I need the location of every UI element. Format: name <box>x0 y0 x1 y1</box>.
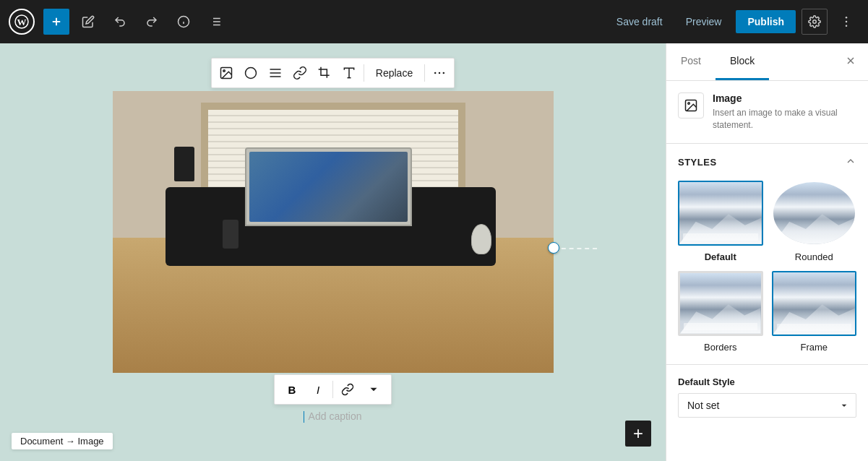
pencil-icon-button[interactable] <box>75 9 101 35</box>
redo-button[interactable] <box>139 9 165 35</box>
main-area: Replace <box>0 43 868 461</box>
sidebar: Post Block Image Insert an image to make… <box>666 43 868 461</box>
header: W Save draft Preview P <box>0 0 868 43</box>
style-preview-borders <box>678 271 763 336</box>
format-divider <box>332 381 333 398</box>
breadcrumb: Document → Image <box>12 433 113 449</box>
style-label-default: Default <box>705 251 736 262</box>
post-tab[interactable]: Post <box>666 43 716 80</box>
bold-button[interactable]: B <box>280 378 304 401</box>
block-info-title: Image <box>713 92 856 104</box>
add-block-header-button[interactable] <box>43 9 69 35</box>
styles-section: Styles Default <box>666 144 868 365</box>
toolbar-divider-2 <box>424 64 425 82</box>
style-img-rounded <box>773 182 856 244</box>
svg-point-25 <box>434 72 437 74</box>
align-button[interactable] <box>264 61 287 85</box>
image-block: Replace <box>113 58 554 423</box>
style-option-default[interactable]: Default <box>678 181 763 262</box>
undo-button[interactable] <box>107 9 133 35</box>
caption-placeholder: Add caption <box>309 410 362 422</box>
link-button[interactable] <box>288 61 311 85</box>
header-right: Save draft Preview Publish <box>608 9 859 35</box>
add-block-button[interactable]: + <box>625 421 651 447</box>
block-info-text: Image Insert an image to make a visual s… <box>713 92 856 132</box>
svg-point-16 <box>846 25 848 27</box>
svg-point-14 <box>846 17 848 19</box>
style-preview-frame <box>772 271 857 336</box>
block-info: Image Insert an image to make a visual s… <box>666 81 868 144</box>
svg-text:W: W <box>17 17 27 27</box>
link-format-button[interactable] <box>336 378 359 401</box>
editor-area: Replace <box>0 43 666 461</box>
info-button[interactable] <box>171 9 197 35</box>
settings-button[interactable] <box>802 9 828 35</box>
breadcrumb-text: Document → Image <box>20 436 104 447</box>
block-icon <box>678 92 704 119</box>
image-icon-button[interactable] <box>215 61 238 85</box>
svg-point-31 <box>688 103 690 105</box>
sidebar-tabs: Post Block <box>666 43 868 81</box>
editor-image <box>113 91 554 373</box>
style-option-rounded[interactable]: Rounded <box>772 181 857 262</box>
styles-grid: Default Rounded <box>678 181 856 353</box>
resize-dashed-line <box>554 248 597 249</box>
block-info-desc: Insert an image to make a visual stateme… <box>713 107 856 132</box>
save-draft-button[interactable]: Save draft <box>608 10 671 33</box>
svg-point-19 <box>245 68 256 79</box>
svg-point-13 <box>813 20 817 24</box>
toolbar-divider <box>364 64 364 82</box>
replace-button[interactable]: Replace <box>367 63 421 83</box>
style-option-borders[interactable]: Borders <box>678 271 763 353</box>
image-container[interactable]: B I <box>113 91 554 405</box>
svg-point-15 <box>846 21 848 23</box>
publish-button[interactable]: Publish <box>736 10 796 33</box>
block-tab[interactable]: Block <box>716 43 769 80</box>
default-style-section: Default Style Not set Default Rounded Bo… <box>666 365 868 429</box>
style-preview-default <box>678 181 763 246</box>
more-format-button[interactable] <box>362 378 385 401</box>
list-view-button[interactable] <box>202 9 228 35</box>
crop-button[interactable] <box>313 61 336 85</box>
caption-field[interactable]: Add caption <box>304 410 361 423</box>
svg-point-27 <box>443 72 445 74</box>
wp-logo[interactable]: W <box>9 9 35 35</box>
default-style-select[interactable]: Not set Default Rounded Borders Frame <box>678 393 856 418</box>
preview-button[interactable]: Preview <box>677 10 731 33</box>
circle-style-button[interactable] <box>239 61 262 85</box>
svg-point-26 <box>439 72 441 74</box>
text-overlay-button[interactable] <box>338 61 361 85</box>
style-label-frame: Frame <box>800 342 828 353</box>
styles-collapse-button[interactable] <box>845 155 856 169</box>
style-option-frame[interactable]: Frame <box>772 271 857 353</box>
styles-title: Styles <box>678 157 717 168</box>
style-label-borders: Borders <box>704 342 737 353</box>
style-img-borders <box>680 273 761 334</box>
italic-button[interactable]: I <box>306 378 330 401</box>
default-style-label: Default Style <box>678 376 856 387</box>
svg-point-18 <box>223 70 225 72</box>
style-preview-rounded <box>772 181 857 246</box>
image-toolbar: Replace <box>211 58 455 88</box>
sidebar-close-button[interactable] <box>833 46 868 78</box>
styles-header: Styles <box>678 155 856 169</box>
text-format-toolbar: B I <box>274 374 392 405</box>
style-img-default <box>679 182 762 244</box>
style-img-frame <box>773 272 856 335</box>
more-options-button[interactable] <box>833 9 859 35</box>
style-label-rounded: Rounded <box>795 251 833 262</box>
toolbar-more-button[interactable] <box>428 61 451 85</box>
